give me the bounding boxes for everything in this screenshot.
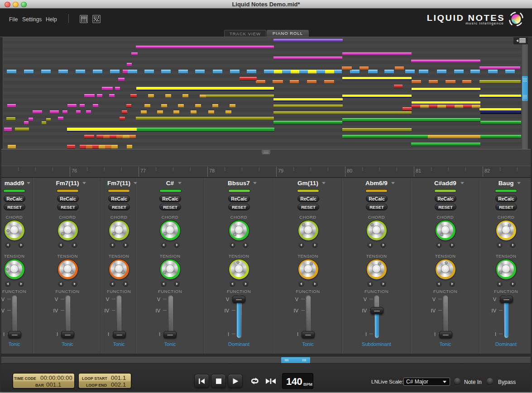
svg-text:81: 81 (416, 168, 421, 173)
svg-text:77: 77 (140, 168, 146, 173)
svg-text:82: 82 (484, 168, 490, 173)
svg-text:79: 79 (278, 168, 283, 173)
svg-text:78: 78 (209, 168, 215, 173)
svg-text:80: 80 (347, 168, 352, 173)
svg-text:76: 76 (72, 168, 77, 173)
